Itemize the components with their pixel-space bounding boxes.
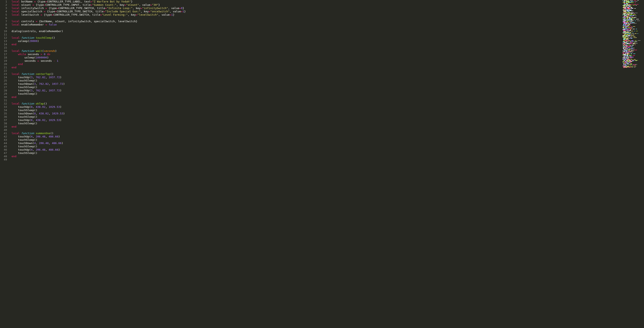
line-number: 33 [0,105,7,109]
code-line[interactable]: local botName = {type=CONTROLLER_TYPE.LA… [12,0,644,3]
line-number: 38 [0,122,7,125]
line-number: 47 [0,152,7,155]
code-line[interactable] [12,26,644,30]
code-line[interactable]: touchSleep() [12,109,644,112]
code-line[interactable]: end [12,155,644,158]
code-line[interactable]: local specialSwitch = {type=CONTROLLER_T… [12,10,644,13]
code-line[interactable]: end [12,125,644,128]
code-line[interactable]: touchSleep() [12,79,644,82]
code-line[interactable]: while seconds > 0 do [12,53,644,56]
code-line[interactable]: touchUp(8, 438.02, 1029.53) [12,119,644,122]
code-line[interactable] [12,128,644,132]
token-ident: touchSleep [12,138,34,141]
code-line[interactable]: touchSleep() [12,138,644,142]
code-line[interactable]: local function okTap() [12,102,644,105]
token-punc: ( [29,148,31,151]
code-line[interactable]: touchDown(3, 762.82, 1037.72) [12,82,644,86]
token-kw: end [12,95,16,99]
token-ident: usleep [12,39,28,43]
code-line[interactable]: touchUp(4, 206.48, 486.66) [12,135,644,138]
code-line[interactable]: touchSleep() [12,122,644,125]
token-ident: key [131,13,136,16]
line-number: 20 [0,63,7,66]
token-punc: ) [60,76,62,79]
code-line[interactable]: local function touchSleep() [12,36,644,39]
token-punc: ( [32,112,34,115]
code-line[interactable]: local function centerTap() [12,72,644,76]
code-line[interactable]: usleep(20000) [12,39,644,43]
line-number: 18 [0,56,7,59]
token-ident: touchSleep [12,79,34,82]
token-punc: , [45,105,49,108]
code-line[interactable]: seconds = seconds - 1 [12,59,644,63]
code-line[interactable]: end [12,63,644,66]
token-op: = [104,10,105,13]
code-line[interactable]: local function summonOne() [12,132,644,135]
token-kw: end [12,155,16,158]
token-punc: , [45,119,49,122]
code-line[interactable]: touchSleep() [12,92,644,95]
code-line[interactable]: end [12,66,644,69]
token-ident: type [49,10,55,13]
token-ident: touchSleep [12,92,34,95]
line-number: 27 [0,86,7,89]
line-number: 24 [0,76,7,79]
token-punc: , [65,20,68,23]
code-line[interactable]: usleep(1000000) [12,56,644,59]
code-line[interactable]: touchUp(3, 762.82, 1037.72) [12,76,644,79]
token-ident: type [39,0,45,3]
token-punc: () [34,152,38,155]
line-number: 42 [0,135,7,138]
token-str: "30" [152,3,158,6]
code-line[interactable]: touchSleep() [12,145,644,148]
token-punc: () [50,72,54,76]
code-line[interactable]: touchUp(8, 438.02, 1029.53) [12,105,644,109]
code-line[interactable]: touchUp(4, 206.48, 486.66) [12,148,644,152]
code-line[interactable] [12,46,644,49]
token-num: 4 [31,135,32,138]
token-ident: touchSleep [12,122,34,125]
code-line[interactable]: local sCount = {type=CONTROLLER_TYPE.INP… [12,3,644,6]
code-line[interactable]: local controls = {botName, sCount, infin… [12,20,644,23]
code-line[interactable]: end [12,43,644,46]
token-punc: , [91,20,94,23]
token-num: 1037.72 [49,89,60,92]
token-ident: touchUp [12,135,29,138]
line-number: 32 [0,102,7,105]
code-line[interactable] [12,158,644,161]
code-area[interactable]: local botName = {type=CONTROLLER_TYPE.LA… [9,0,644,328]
token-ident: seconds [26,53,40,56]
code-line[interactable]: local enableRemember = false [12,23,644,26]
code-line[interactable]: end [12,95,644,99]
token-kw: end [18,63,23,66]
code-line[interactable]: touchDown(8, 438.02, 1029.53) [12,112,644,115]
code-line[interactable] [12,33,644,36]
code-line[interactable]: touchSleep() [12,86,644,89]
code-line[interactable]: touchDown(4, 206.48, 486.66) [12,142,644,145]
token-num: 206.48 [39,142,49,145]
code-line[interactable]: touchSleep() [12,152,644,155]
code-editor[interactable]: 1234567891011121314151617181920212223242… [0,0,644,328]
token-fn: summonOne [36,132,50,135]
token-kw2: function [21,49,34,52]
token-kw2: function [21,102,34,105]
code-line[interactable] [12,99,644,102]
code-line[interactable]: touchUp(3, 762.82, 1037.72) [12,89,644,92]
code-line[interactable]: dialog(controls, enableRemember) [12,30,644,33]
line-number: 8 [0,23,7,26]
token-punc: ( [32,82,34,85]
token-num: 1 [171,13,173,16]
token-punc: , [94,6,97,10]
code-line[interactable]: local function wait(seconds) [12,49,644,53]
token-kw: local [12,23,20,26]
code-line[interactable]: touchSleep() [12,115,644,119]
token-punc: ( [28,39,29,43]
code-line[interactable]: local levelSwitch = {type=CONTROLLER_TYP… [12,13,644,16]
code-line[interactable] [12,16,644,20]
code-line[interactable] [12,69,644,72]
line-number: 37 [0,119,7,122]
minimap[interactable] [622,0,641,68]
token-punc: , [140,10,144,13]
code-line[interactable]: local infinitySwitch = {type=CONTROLLER_… [12,6,644,10]
token-ident: touchSleep [12,115,34,118]
